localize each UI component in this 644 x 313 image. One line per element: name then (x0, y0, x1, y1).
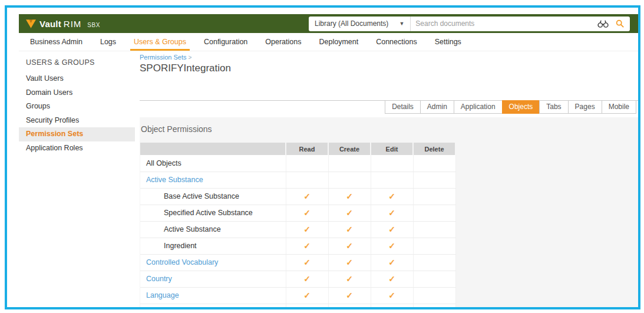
breadcrumb-link[interactable]: Permission Sets (140, 54, 186, 61)
object-link-organization[interactable]: Organization (146, 308, 188, 309)
nav-tab-operations[interactable]: Operations (262, 33, 305, 51)
permission-cell-read: ✓ (286, 205, 328, 221)
check-icon: ✓ (346, 225, 353, 234)
permission-cell-read: ✓ (286, 188, 328, 205)
nav-tab-configuration[interactable]: Configuration (200, 33, 251, 51)
vault-v-icon (26, 19, 36, 28)
nav-tab-logs[interactable]: Logs (97, 33, 120, 51)
nav-tab-settings[interactable]: Settings (431, 33, 465, 51)
permission-cell-edit: ✓ (371, 271, 413, 287)
permission-cell-create: ✓ (328, 238, 371, 254)
check-icon: ✓ (303, 258, 311, 267)
binoculars-icon[interactable] (597, 20, 609, 28)
tab-objects[interactable]: Objects (502, 100, 540, 114)
object-row-all-objects: All Objects (140, 155, 455, 172)
sidebar-item-permission-sets[interactable]: Permission Sets (19, 127, 135, 141)
detail-tabs: DetailsAdminApplicationObjectsTabsPagesM… (140, 100, 638, 114)
section-title: Object Permissions (141, 124, 638, 134)
vault-app: Vault RIM SBX Library (All Documents) ▼ (19, 14, 638, 307)
permission-cell-delete (413, 238, 455, 254)
search-input[interactable] (411, 19, 592, 28)
permission-cell-read: ✓ (286, 304, 328, 309)
permission-cell-delete (413, 221, 455, 238)
col-header-delete: Delete (413, 143, 455, 155)
object-name: Country (140, 271, 286, 287)
permission-cell-create: ✓ (328, 205, 371, 221)
search-scope-label: Library (All Documents) (315, 19, 388, 28)
permission-cell-create (328, 155, 371, 172)
object-link-controlled-vocabulary[interactable]: Controlled Vocabulary (146, 258, 218, 266)
object-name: Active Substance (140, 172, 286, 188)
tab-tabs[interactable]: Tabs (539, 100, 568, 114)
object-row-active-substance: Active Substance (140, 172, 455, 188)
permission-cell-create: ✓ (328, 271, 371, 287)
breadcrumb: Permission Sets> (140, 54, 638, 61)
check-icon: ✓ (346, 274, 353, 284)
permission-cell-create: ✓ (328, 188, 371, 205)
sidebar-item-application-roles[interactable]: Application Roles (19, 141, 135, 156)
nav-tab-users-groups[interactable]: Users & Groups (130, 33, 190, 51)
search-scope-dropdown[interactable]: Library (All Documents) ▼ (309, 17, 410, 31)
nav-tab-deployment[interactable]: Deployment (315, 33, 362, 51)
permission-cell-create: ✓ (328, 254, 371, 271)
vault-logo[interactable]: Vault RIM SBX (26, 19, 100, 29)
permission-cell-delete (413, 254, 455, 271)
sidebar-item-domain-users[interactable]: Domain Users (19, 86, 135, 100)
permission-cell-edit (371, 172, 413, 188)
check-icon: ✓ (388, 208, 395, 218)
check-icon: ✓ (303, 192, 311, 201)
sidebar-item-security-profiles[interactable]: Security Profiles (19, 114, 135, 128)
check-icon: ✓ (388, 225, 395, 234)
permission-cell-delete (413, 172, 455, 188)
tab-mobile[interactable]: Mobile (602, 100, 636, 114)
permission-cell-create: ✓ (328, 304, 371, 309)
permission-cell-read (286, 155, 328, 172)
object-link-country[interactable]: Country (146, 275, 172, 283)
search-icons (592, 19, 630, 28)
permission-cell-delete (413, 188, 455, 205)
check-icon: ✓ (388, 291, 395, 300)
check-icon: ✓ (388, 274, 395, 284)
sidebar-item-groups[interactable]: Groups (19, 100, 135, 114)
tab-admin[interactable]: Admin (420, 100, 454, 114)
col-header-edit: Edit (371, 143, 413, 155)
check-icon: ✓ (303, 241, 311, 251)
permission-cell-read: ✓ (286, 287, 328, 304)
object-row-organization: Organization✓✓✓ (140, 304, 455, 309)
permission-cell-delete (413, 304, 455, 309)
permission-cell-read: ✓ (286, 221, 328, 238)
object-row-active-substance: Active Substance✓✓✓ (140, 221, 455, 238)
object-permissions-panel: Object Permissions ReadCreateEditDeleteA… (140, 117, 638, 309)
sidebar-item-vault-users[interactable]: Vault Users (19, 72, 135, 86)
nav-tab-business-admin[interactable]: Business Admin (27, 33, 86, 51)
tab-details[interactable]: Details (385, 100, 421, 114)
check-icon: ✓ (303, 307, 311, 309)
check-icon: ✓ (303, 225, 311, 234)
object-name: All Objects (140, 155, 286, 172)
tab-pages[interactable]: Pages (568, 100, 602, 114)
check-icon: ✓ (388, 307, 395, 309)
page-title: SPORIFYIntegration (140, 62, 638, 74)
global-search: Library (All Documents) ▼ (309, 17, 630, 31)
chevron-down-icon: ▼ (399, 21, 404, 27)
permission-cell-edit (371, 155, 413, 172)
permission-cell-delete (413, 287, 455, 304)
object-link-language[interactable]: Language (146, 291, 179, 299)
main-content: Permission Sets> SPORIFYIntegration Deta… (135, 51, 638, 307)
sidebar-title: USERS & GROUPS (19, 52, 135, 72)
object-row-controlled-vocabulary: Controlled Vocabulary✓✓✓ (140, 254, 455, 271)
screenshot-frame: Vault RIM SBX Library (All Documents) ▼ (5, 5, 640, 309)
object-permissions-table: ReadCreateEditDeleteAll ObjectsActive Su… (140, 143, 456, 309)
check-icon: ✓ (388, 258, 395, 267)
col-header-create: Create (328, 143, 371, 155)
tab-application[interactable]: Application (454, 100, 503, 114)
object-row-country: Country✓✓✓ (140, 271, 455, 287)
table-header-row: ReadCreateEditDelete (140, 143, 455, 155)
permission-cell-edit: ✓ (371, 205, 413, 221)
search-icon[interactable] (616, 19, 624, 28)
object-name: Ingredient (140, 238, 286, 254)
object-link-active-substance[interactable]: Active Substance (146, 176, 203, 184)
nav-tab-connections[interactable]: Connections (372, 33, 421, 51)
permission-cell-read: ✓ (286, 238, 328, 254)
check-icon: ✓ (303, 208, 311, 218)
